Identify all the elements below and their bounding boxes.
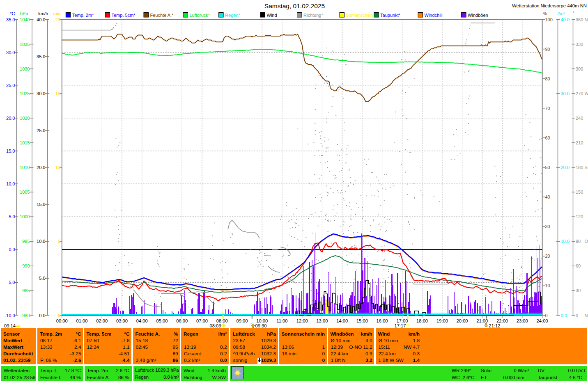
svg-text:60: 60 <box>576 263 581 268</box>
svg-text:Samstag, 01.02.2025: Samstag, 01.02.2025 <box>264 2 325 9</box>
svg-text:1005: 1005 <box>20 190 30 194</box>
svg-text:O: O <box>585 239 588 244</box>
svg-text:210: 210 <box>576 140 583 145</box>
svg-text:30.0: 30.0 <box>6 50 15 55</box>
svg-text:21:12: 21:12 <box>489 323 501 328</box>
svg-text:°: ° <box>573 10 574 15</box>
svg-text:25.0: 25.0 <box>37 128 45 133</box>
svg-text:13:00: 13:00 <box>316 318 328 323</box>
svg-text:10: 10 <box>545 283 550 288</box>
svg-text:19:00: 19:00 <box>436 318 448 323</box>
svg-text:40: 40 <box>545 194 550 199</box>
svg-text:08:00: 08:00 <box>216 318 228 323</box>
svg-text:5.0: 5.0 <box>9 214 15 219</box>
svg-text:km/h: km/h <box>38 11 48 16</box>
svg-text:60: 60 <box>545 135 550 140</box>
svg-text:S: S <box>585 165 588 170</box>
svg-text:240: 240 <box>576 116 583 121</box>
svg-text:90: 90 <box>545 47 550 52</box>
svg-text:990: 990 <box>22 263 30 268</box>
svg-text:330: 330 <box>576 42 583 47</box>
svg-text:09:00: 09:00 <box>237 318 248 323</box>
svg-text:16:00: 16:00 <box>377 318 388 323</box>
svg-text:20.0: 20.0 <box>37 165 45 170</box>
svg-text:5.0: 5.0 <box>39 276 45 281</box>
svg-text:Taupunkt*: Taupunkt* <box>380 13 401 18</box>
svg-text:30.0: 30.0 <box>561 91 570 96</box>
svg-text:10.0: 10.0 <box>6 181 15 186</box>
svg-text:15: 15 <box>55 91 60 96</box>
svg-text:1040: 1040 <box>20 17 30 22</box>
svg-text:0.0: 0.0 <box>39 313 45 318</box>
svg-text:0: 0 <box>576 313 578 318</box>
svg-text:0.0: 0.0 <box>9 247 15 252</box>
svg-text:1025: 1025 <box>20 91 30 96</box>
svg-text:N: N <box>585 313 588 318</box>
svg-text:980: 980 <box>22 313 30 318</box>
svg-text:25.0: 25.0 <box>6 83 15 88</box>
svg-text:0: 0 <box>58 313 60 318</box>
svg-text:20.0: 20.0 <box>6 116 15 121</box>
svg-text:W: W <box>585 91 588 96</box>
svg-text:09:14: 09:14 <box>4 323 16 328</box>
svg-text:20.0: 20.0 <box>561 165 570 170</box>
svg-text:l/m²: l/m² <box>558 11 565 16</box>
svg-text:01:00: 01:00 <box>76 318 88 323</box>
svg-text:70: 70 <box>545 106 550 111</box>
svg-text:00:00: 00:00 <box>56 318 68 323</box>
svg-text:17:00: 17:00 <box>396 318 408 323</box>
svg-text:5: 5 <box>58 239 60 244</box>
svg-text:-5.0: -5.0 <box>7 280 15 285</box>
svg-text:1030: 1030 <box>20 66 30 71</box>
svg-text:1010: 1010 <box>20 165 30 170</box>
svg-text:150: 150 <box>576 190 583 194</box>
svg-text:35.0: 35.0 <box>37 54 45 59</box>
svg-text:15.0: 15.0 <box>6 149 15 153</box>
svg-text:min: min <box>53 11 61 16</box>
svg-text:985: 985 <box>22 288 30 293</box>
svg-text:18:00: 18:00 <box>416 318 428 323</box>
svg-text:Temp. 5cm*: Temp. 5cm* <box>112 13 136 18</box>
svg-text:1015: 1015 <box>20 140 30 145</box>
svg-text:02:00: 02:00 <box>96 318 108 323</box>
svg-text:°C: °C <box>10 11 15 16</box>
svg-text:300: 300 <box>576 66 583 71</box>
svg-text:hPa: hPa <box>20 11 28 16</box>
svg-text:20:00: 20:00 <box>457 318 468 323</box>
svg-text:Luftdruck*: Luftdruck* <box>190 13 210 18</box>
svg-text:10.0: 10.0 <box>561 239 570 244</box>
svg-text:Temp. 2m*: Temp. 2m* <box>72 13 94 18</box>
svg-text:20: 20 <box>55 17 60 22</box>
svg-text:03:00: 03:00 <box>116 318 128 323</box>
svg-text:Windchill: Windchill <box>425 13 443 18</box>
svg-text:1000: 1000 <box>20 214 30 219</box>
svg-text:40.0: 40.0 <box>561 17 570 22</box>
svg-text:0: 0 <box>545 313 548 318</box>
svg-text:10: 10 <box>55 165 60 170</box>
svg-text:%: % <box>543 11 547 16</box>
svg-text:06:00: 06:00 <box>176 318 188 323</box>
svg-text:21:00: 21:00 <box>476 318 488 323</box>
svg-text:50: 50 <box>545 165 550 170</box>
svg-text:120: 120 <box>576 214 583 219</box>
svg-text:40.0: 40.0 <box>37 17 45 22</box>
svg-text:10.0: 10.0 <box>37 239 45 244</box>
svg-text:30: 30 <box>545 224 550 229</box>
svg-text:30.0: 30.0 <box>37 91 45 96</box>
svg-text:100: 100 <box>545 17 553 22</box>
svg-text:360: 360 <box>576 17 583 22</box>
svg-text:180: 180 <box>576 165 583 170</box>
svg-text:11:00: 11:00 <box>276 318 287 323</box>
svg-text:24:00: 24:00 <box>537 318 548 323</box>
svg-text:Windböen: Windböen <box>468 13 488 18</box>
svg-text:995: 995 <box>22 239 30 244</box>
svg-text:1035: 1035 <box>20 42 30 47</box>
svg-text:N: N <box>585 17 588 22</box>
svg-text:08:03: 08:03 <box>210 323 221 328</box>
svg-text:23:00: 23:00 <box>517 318 528 323</box>
svg-text:0.0: 0.0 <box>561 313 567 318</box>
svg-text:35.0: 35.0 <box>6 17 15 22</box>
svg-text:17:17: 17:17 <box>395 323 406 328</box>
svg-text:15.0: 15.0 <box>37 202 45 207</box>
svg-text:Richtung*: Richtung* <box>303 13 323 18</box>
